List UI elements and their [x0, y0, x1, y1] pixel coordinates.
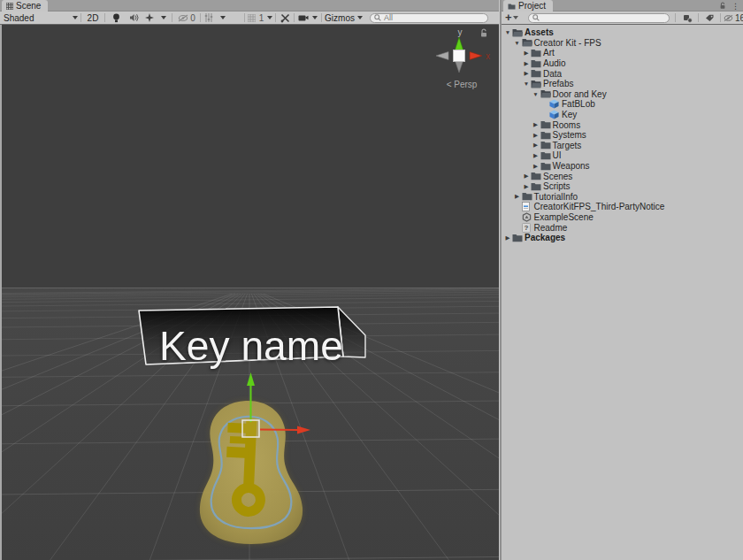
foldout-open-icon[interactable]: ▼ [503, 29, 512, 35]
tree-item-assets[interactable]: ▼Assets [502, 27, 743, 38]
eye-slash-icon [724, 14, 733, 22]
foldout-closed-icon[interactable]: ▶ [532, 142, 540, 149]
tree-item-data[interactable]: ▶Data [502, 68, 743, 79]
shading-mode-dropdown[interactable]: Shaded [4, 12, 78, 24]
tree-item-creator-kit-fps[interactable]: ▼Creator Kit - FPS [502, 38, 743, 49]
toggle-2d-button[interactable]: 2D [83, 12, 103, 24]
foldout-closed-icon[interactable]: ▶ [532, 121, 540, 128]
tree-item-prefabs[interactable]: ▼Prefabs [502, 79, 743, 89]
tree-item-tutorialinfo[interactable]: ▶TutorialInfo [502, 192, 743, 203]
tab-scene[interactable]: Scene [2, 0, 48, 12]
gizmo-minus-y-cone[interactable] [456, 61, 463, 73]
tool-settings-button[interactable] [278, 12, 292, 24]
foldout-closed-icon[interactable]: ▶ [532, 152, 540, 159]
panel-lock-icon[interactable] [719, 2, 726, 10]
foldout-open-icon[interactable]: ▼ [513, 40, 522, 46]
hidden-packages-count-button[interactable]: 16 [724, 12, 743, 24]
folder-icon [531, 69, 542, 78]
scene-camera-dropdown[interactable] [296, 12, 319, 24]
scene-audio-button[interactable] [126, 12, 142, 24]
tree-item-creatorkitfps-third-partynotice[interactable]: CreatorKitFPS_Third-PartyNotice [502, 202, 743, 212]
folder-icon [531, 172, 542, 180]
folder-open-icon [512, 28, 524, 37]
create-asset-button[interactable]: + [505, 12, 525, 24]
tree-item-ui[interactable]: ▶UI [502, 150, 743, 161]
move-gizmo-x-axis[interactable] [260, 430, 298, 431]
chevron-down-icon [220, 16, 226, 19]
folder-icon [512, 234, 524, 242]
tree-item-art[interactable]: ▶Art [502, 48, 743, 58]
tree-item-scenes[interactable]: ▶Scenes [502, 171, 743, 181]
foldout-closed-icon[interactable]: ▶ [522, 183, 531, 190]
foldout-closed-icon[interactable]: ▶ [522, 60, 531, 67]
chevron-down-icon [513, 16, 518, 19]
tree-item-weapons[interactable]: ▶Weapons [502, 161, 743, 172]
gizmos-label: Gizmos [325, 13, 355, 23]
foldout-open-icon[interactable]: ▼ [532, 91, 540, 97]
tree-item-packages[interactable]: ▶Packages [502, 233, 743, 243]
folder-open-icon [540, 89, 552, 98]
tree-item-targets[interactable]: ▶Targets [502, 141, 743, 151]
toggle-2d-label: 2D [88, 13, 99, 23]
scene-toolbar: Shaded 2D [0, 12, 499, 25]
tree-item-rooms[interactable]: ▶Rooms [502, 119, 743, 130]
scene-viewport[interactable]: Key name [0, 25, 499, 560]
tree-item-systems[interactable]: ▶Systems [502, 130, 743, 141]
tree-item-fatblob[interactable]: FatBLob [502, 99, 743, 110]
grid-icon [248, 14, 256, 22]
foldout-closed-icon[interactable]: ▶ [522, 50, 531, 57]
tree-item-label: Systems [552, 130, 586, 140]
gizmo-minus-x-cone[interactable] [436, 52, 448, 60]
foldout-open-icon[interactable]: ▼ [522, 81, 531, 87]
tree-item-label: Scripts [542, 181, 571, 191]
tree-item-examplescene[interactable]: ExampleScene [502, 212, 743, 223]
move-gizmo-plane-handle[interactable] [242, 420, 259, 437]
foldout-closed-icon[interactable]: ▶ [513, 193, 522, 200]
chevron-down-icon [312, 16, 318, 19]
scene-tabstrip: Scene [0, 0, 499, 12]
tree-item-door-and-key[interactable]: ▼Door and Key [502, 89, 743, 100]
project-search-input[interactable] [528, 13, 670, 23]
gizmo-x-cone[interactable] [470, 52, 482, 60]
panel-menu-kebab-icon[interactable]: ⋮ [732, 2, 739, 11]
foldout-closed-icon[interactable]: ▶ [522, 70, 531, 77]
hidden-objects-button[interactable]: 0 [175, 12, 198, 24]
tree-item-key[interactable]: Key [502, 110, 743, 120]
gizmos-dropdown-caret[interactable] [356, 12, 364, 24]
scene-search-text: All [384, 13, 393, 22]
scene-visibility-dropdown[interactable] [203, 12, 227, 24]
tree-item-label: Art [542, 48, 555, 58]
folder-icon [540, 120, 552, 129]
tree-item-scripts[interactable]: ▶Scripts [502, 181, 743, 192]
tree-item-label: ExampleScene [533, 212, 594, 222]
projection-mode-label[interactable]: < Persp [423, 80, 501, 89]
tree-item-label: Key [561, 110, 577, 119]
grid-snap-value: 1 [259, 13, 264, 23]
folder-icon [540, 162, 552, 171]
gizmo-center-cube[interactable] [454, 50, 465, 62]
grid-snapping-dropdown[interactable]: 1 [247, 12, 273, 24]
foldout-closed-icon[interactable]: ▶ [532, 163, 540, 170]
search-by-label-button[interactable] [701, 12, 717, 24]
chevron-down-icon [161, 16, 166, 19]
scene-effects-dropdown[interactable] [143, 12, 168, 24]
folder-icon [531, 182, 542, 191]
project-panel: Project ⋮ + [500, 0, 743, 560]
scene-search-input[interactable]: All [370, 13, 488, 23]
search-by-type-icon [683, 13, 693, 23]
nameplate-text: Key name [159, 323, 343, 369]
gizmos-dropdown[interactable]: Gizmos [324, 12, 356, 24]
foldout-closed-icon[interactable]: ▶ [532, 132, 540, 139]
folder-icon [540, 141, 552, 150]
search-by-type-button[interactable] [679, 12, 695, 24]
camera-icon [298, 14, 309, 21]
tree-item-audio[interactable]: ▶Audio [502, 58, 743, 69]
gizmo-lock-icon[interactable] [479, 28, 488, 38]
folder-icon [522, 192, 533, 201]
foldout-closed-icon[interactable]: ▶ [503, 234, 512, 242]
unity-editor-window: Scene Shaded 2D [0, 0, 743, 560]
scene-lighting-button[interactable] [108, 12, 124, 24]
chevron-down-icon [357, 16, 363, 19]
tree-item-readme[interactable]: ?Readme [502, 222, 743, 233]
foldout-closed-icon[interactable]: ▶ [522, 173, 531, 180]
